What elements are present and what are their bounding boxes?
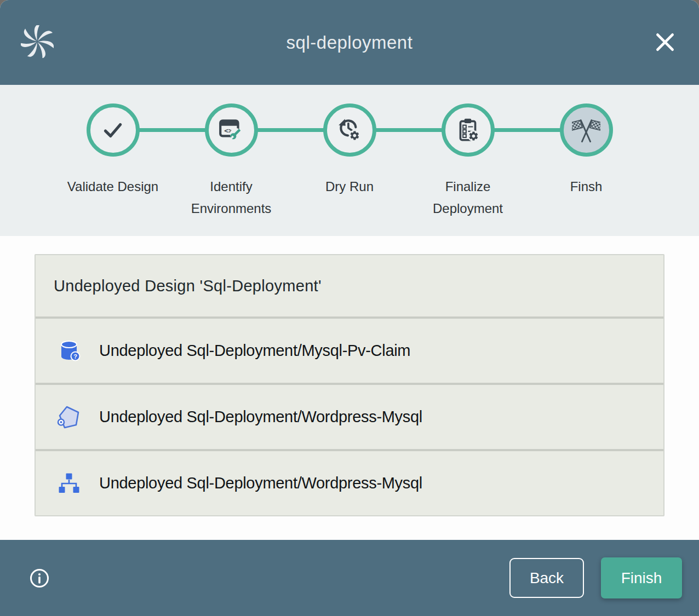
info-button[interactable] [28, 567, 50, 589]
step-circle[interactable] [442, 103, 495, 157]
titlebar: sql-deployment [0, 0, 699, 85]
step-label: Dry Run [325, 176, 374, 198]
step-label: Validate Design [67, 176, 158, 198]
checkmark-icon [99, 117, 127, 144]
list-item: Undeployed Sql-Deployment/Wordpress-Mysq… [36, 449, 663, 515]
database-icon: ? [56, 338, 82, 364]
step-dry-run[interactable]: Dry Run [290, 103, 409, 220]
deployment-status-panel: Undeployed Design 'Sql-Deployment' ? Und… [35, 254, 664, 516]
content-area: Undeployed Design 'Sql-Deployment' ? Und… [0, 236, 699, 540]
history-gear-icon [336, 117, 363, 144]
step-label: Identify Environments [179, 176, 283, 220]
dialog-title: sql-deployment [287, 32, 413, 53]
meshery-spiral-logo [21, 25, 54, 60]
clipboard-gear-icon [454, 117, 482, 144]
step-finalize-deployment[interactable]: Finalize Deployment [409, 103, 527, 220]
wizard-stepper: Validate Design <> [0, 85, 699, 236]
step-circle[interactable] [323, 103, 376, 157]
list-item: ? Undeployed Sql-Deployment/Mysql-Pv-Cla… [36, 316, 663, 383]
close-button[interactable] [652, 30, 678, 56]
list-item-text: Undeployed Sql-Deployment/Wordpress-Mysq… [99, 474, 422, 492]
pentagon-badge-icon [56, 404, 82, 430]
footer-bar: Back Finish [0, 540, 699, 616]
step-label: Finsh [570, 176, 603, 198]
step-validate-design[interactable]: Validate Design [54, 103, 172, 220]
back-button[interactable]: Back [509, 558, 584, 598]
step-circle-active[interactable] [560, 103, 613, 157]
checkered-flags-icon [572, 116, 600, 145]
svg-text:?: ? [73, 353, 77, 359]
close-icon [652, 48, 678, 56]
step-circle[interactable]: <> [205, 103, 258, 157]
info-icon [28, 583, 50, 591]
step-finish[interactable]: Finsh [527, 103, 645, 220]
list-item-text: Undeployed Sql-Deployment/Mysql-Pv-Claim [99, 342, 410, 360]
code-window-wrench-icon: <> [217, 117, 245, 144]
list-item-text: Undeployed Sql-Deployment/Wordpress-Mysq… [99, 408, 422, 426]
step-circle[interactable] [87, 103, 140, 157]
panel-header: Undeployed Design 'Sql-Deployment' [36, 255, 663, 316]
topology-icon [56, 470, 82, 497]
step-identify-environments[interactable]: <> Identify Environments [172, 103, 290, 220]
deployment-wizard-modal: sql-deployment [0, 0, 699, 616]
finish-button[interactable]: Finish [601, 557, 682, 598]
step-label: Finalize Deployment [416, 176, 520, 220]
list-item: Undeployed Sql-Deployment/Wordpress-Mysq… [36, 383, 663, 449]
